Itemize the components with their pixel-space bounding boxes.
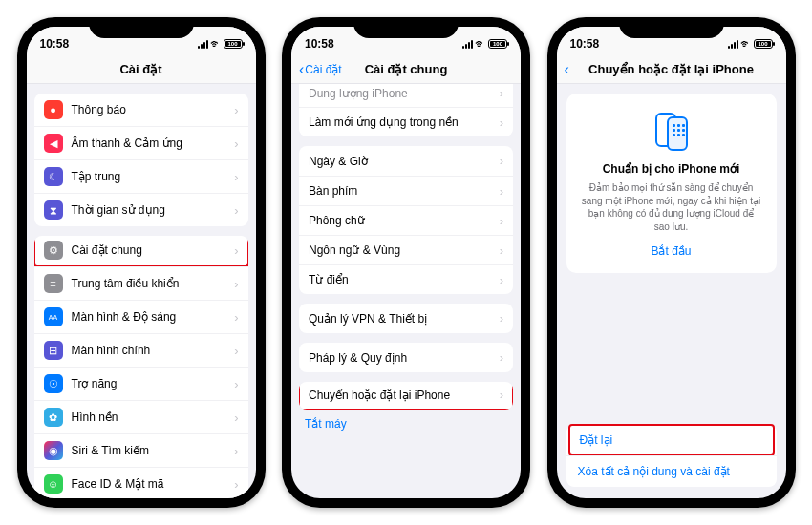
chevron-right-icon: › xyxy=(234,170,238,184)
general-group-1: Ngày & Giờ › Bàn phím › Phông chữ › Ngôn… xyxy=(299,146,513,294)
signal-icon xyxy=(198,40,208,49)
row-label: Dung lượng iPhone xyxy=(309,87,500,100)
back-button[interactable]: ‹ Cài đặt xyxy=(299,62,342,77)
nav-bar: ‹ Cài đặt Cài đặt chung xyxy=(291,55,521,84)
screen-settings: 10:58 ᯤ 100 Cài đặt ● Thông báo › ◀ Âm t… xyxy=(27,27,256,498)
general-group-0: Dung lượng iPhone› Làm mới ứng dụng tron… xyxy=(299,84,513,136)
chevron-right-icon: › xyxy=(500,350,503,365)
chevron-right-icon: › xyxy=(234,344,238,358)
shutdown-link[interactable]: Tắt máy xyxy=(291,410,521,438)
battery-icon: 100 xyxy=(224,39,243,49)
sliders-icon: ≡ xyxy=(44,274,63,293)
row-label: Hình nền xyxy=(72,410,235,424)
chevron-right-icon: › xyxy=(500,116,503,130)
chevron-right-icon: › xyxy=(500,311,503,326)
row-label: Siri & Tìm kiếm xyxy=(72,444,235,457)
transfer-devices-icon xyxy=(650,109,694,153)
settings-row[interactable]: ◀ Âm thanh & Cảm ứng › xyxy=(34,126,248,159)
status-time: 10:58 xyxy=(570,37,600,51)
settings-group-1: ● Thông báo › ◀ Âm thanh & Cảm ứng › ☾ T… xyxy=(34,94,248,226)
phone-frame-3: 10:58 ᯤ 100 ‹ Chuyển hoặc đặt lại iPhone… xyxy=(547,17,796,508)
reset-row[interactable]: Xóa tất cả nội dung và cài đặt xyxy=(566,455,777,487)
faceid-icon: ☺ xyxy=(44,474,63,494)
row-label: Màn hình & Độ sáng xyxy=(72,310,235,324)
reset-row[interactable]: Đặt lại xyxy=(568,424,775,456)
notch xyxy=(353,17,459,38)
page-title: Cài đặt chung xyxy=(365,62,448,76)
general-group-3: Pháp lý & Quy định › xyxy=(299,343,513,372)
settings-row[interactable]: ≡ Trung tâm điều khiển › xyxy=(34,266,248,300)
moon-icon: ☾ xyxy=(44,167,63,186)
chevron-right-icon: › xyxy=(500,184,503,199)
settings-row[interactable]: ☉ Trợ năng › xyxy=(34,367,248,400)
speaker-icon: ◀ xyxy=(44,134,63,153)
chevron-right-icon: › xyxy=(500,273,503,287)
home-icon: ⊞ xyxy=(44,341,63,360)
settings-row[interactable]: Dung lượng iPhone› xyxy=(299,84,513,107)
settings-row[interactable]: Ngôn ngữ & Vùng › xyxy=(299,235,513,264)
reset-group: Đặt lạiXóa tất cả nội dung và cài đặt xyxy=(566,425,777,487)
chevron-right-icon: › xyxy=(234,103,238,117)
settings-row[interactable]: Làm mới ứng dụng trong nền › xyxy=(299,107,513,136)
chevron-right-icon: › xyxy=(500,388,503,402)
chevron-left-icon: ‹ xyxy=(299,62,304,77)
phone-frame-1: 10:58 ᯤ 100 Cài đặt ● Thông báo › ◀ Âm t… xyxy=(17,17,266,508)
chevron-right-icon: › xyxy=(500,243,503,258)
settings-row[interactable]: ☺ Face ID & Mật mã › xyxy=(34,467,248,498)
chevron-right-icon: › xyxy=(234,444,238,458)
settings-row[interactable]: AA Màn hình & Độ sáng › xyxy=(34,300,248,333)
chevron-right-icon: › xyxy=(234,243,238,258)
screen-transfer-reset: 10:58 ᯤ 100 ‹ Chuyển hoặc đặt lại iPhone… xyxy=(557,27,786,498)
settings-row[interactable]: Ngày & Giờ › xyxy=(299,146,513,176)
settings-row[interactable]: Pháp lý & Quy định › xyxy=(299,343,513,372)
siri-icon: ◉ xyxy=(44,441,63,460)
settings-row[interactable]: Bàn phím › xyxy=(299,176,513,205)
row-label: Trợ năng xyxy=(72,377,235,390)
chevron-right-icon: › xyxy=(234,377,238,391)
hourglass-icon: ⧗ xyxy=(44,200,63,220)
chevron-right-icon: › xyxy=(234,310,238,325)
page-title: Chuyển hoặc đặt lại iPhone xyxy=(588,62,754,76)
chevron-right-icon: › xyxy=(234,477,238,492)
back-button[interactable]: ‹ xyxy=(565,62,569,77)
general-group-2: Quản lý VPN & Thiết bị › xyxy=(299,304,513,333)
get-started-link[interactable]: Bắt đầu xyxy=(582,244,761,258)
wifi-icon: ᯤ xyxy=(740,37,752,51)
settings-row[interactable]: ⊞ Màn hình chính › xyxy=(34,333,248,367)
gear-icon: ⚙ xyxy=(44,241,63,260)
settings-row[interactable]: ⧗ Thời gian sử dụng › xyxy=(34,193,248,226)
chevron-right-icon: › xyxy=(234,136,238,151)
settings-row[interactable]: ⚙ Cài đặt chung › xyxy=(34,236,248,267)
settings-row[interactable]: ☾ Tập trung › xyxy=(34,159,248,193)
settings-row[interactable]: Từ điển › xyxy=(299,264,513,294)
battery-icon: 100 xyxy=(754,39,773,49)
nav-bar: Cài đặt xyxy=(27,55,256,84)
wifi-icon: ᯤ xyxy=(475,37,486,51)
bell-icon: ● xyxy=(44,100,63,119)
accessibility-icon: ☉ xyxy=(44,374,63,393)
settings-row[interactable]: Chuyển hoặc đặt lại iPhone › xyxy=(299,382,513,410)
settings-group-2: ⚙ Cài đặt chung › ≡ Trung tâm điều khiển… xyxy=(34,236,248,498)
row-label: Trung tâm điều khiển xyxy=(72,277,235,290)
prepare-card: Chuẩn bị cho iPhone mới Đảm bảo mọi thứ … xyxy=(566,94,777,273)
row-label: Tập trung xyxy=(72,170,235,183)
settings-row[interactable]: ● Thông báo › xyxy=(34,94,248,126)
status-time: 10:58 xyxy=(40,37,70,51)
settings-row[interactable]: ✿ Hình nền › xyxy=(34,400,248,433)
general-group-4: Chuyển hoặc đặt lại iPhone › xyxy=(299,382,513,410)
row-label: Âm thanh & Cảm ứng xyxy=(72,136,235,150)
settings-row[interactable]: Phông chữ › xyxy=(299,205,513,235)
notch xyxy=(89,17,194,38)
battery-icon: 100 xyxy=(488,39,507,49)
row-label: Face ID & Mật mã xyxy=(72,477,235,491)
row-label: Cài đặt chung xyxy=(72,243,235,257)
screen-general: 10:58 ᯤ 100 ‹ Cài đặt Cài đặt chung Dung… xyxy=(291,27,521,498)
nav-bar: ‹ Chuyển hoặc đặt lại iPhone xyxy=(557,55,786,84)
wifi-icon: ᯤ xyxy=(210,37,222,51)
back-label: Cài đặt xyxy=(305,63,341,76)
settings-row[interactable]: Quản lý VPN & Thiết bị › xyxy=(299,304,513,333)
chevron-right-icon: › xyxy=(234,203,238,218)
settings-row[interactable]: ◉ Siri & Tìm kiếm › xyxy=(34,433,248,467)
chevron-right-icon: › xyxy=(234,410,238,425)
row-label: Màn hình chính xyxy=(72,344,235,357)
